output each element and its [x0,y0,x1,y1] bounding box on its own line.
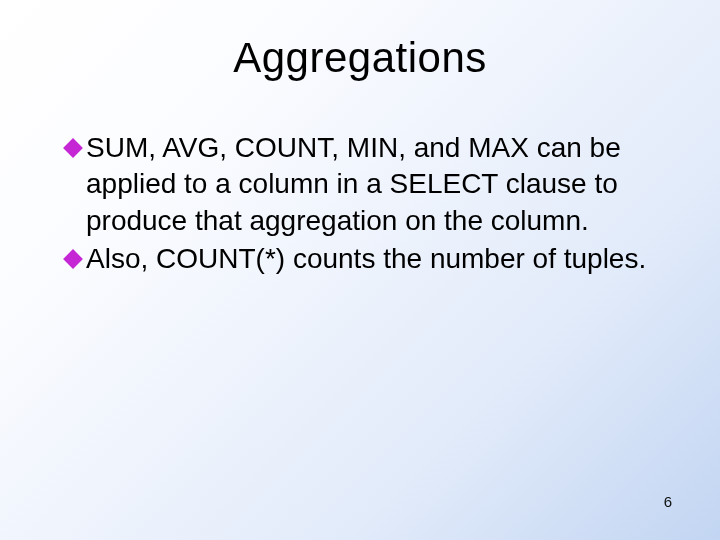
bullet-text: Also, COUNT(*) counts the number of tupl… [86,241,646,277]
bullet-item: Also, COUNT(*) counts the number of tupl… [62,241,660,277]
svg-marker-1 [63,249,83,269]
bullet-item: SUM, AVG, COUNT, MIN, and MAX can be app… [62,130,660,239]
diamond-bullet-icon [62,248,84,270]
slide-title: Aggregations [0,0,720,82]
slide: Aggregations SUM, AVG, COUNT, MIN, and M… [0,0,720,540]
slide-body: SUM, AVG, COUNT, MIN, and MAX can be app… [0,82,720,278]
diamond-bullet-icon [62,137,84,159]
bullet-text: SUM, AVG, COUNT, MIN, and MAX can be app… [86,130,660,239]
page-number: 6 [664,493,672,510]
svg-marker-0 [63,138,83,158]
